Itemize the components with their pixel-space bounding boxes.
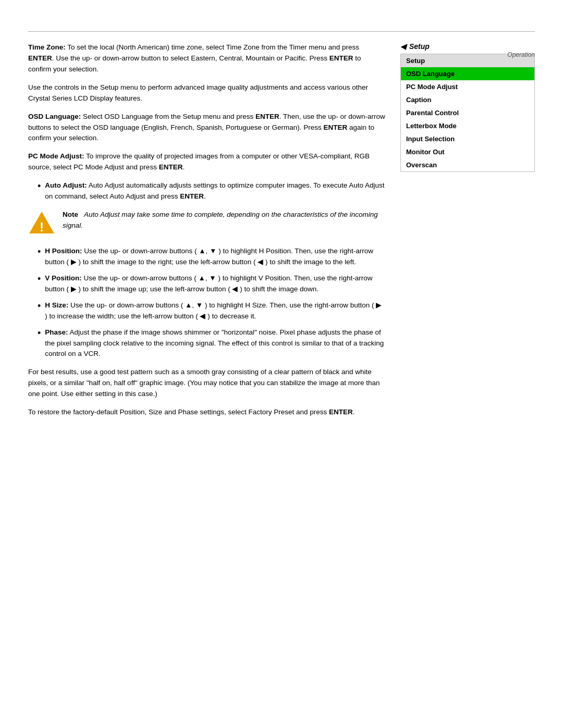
sidebar-menu-item-parental[interactable]: Parental Control [401,106,534,119]
para-factory-preset: To restore the factory-default Position,… [28,407,386,418]
v-position-text: V Position: Use the up- or down-arrow bu… [45,273,386,295]
time-zone-label: Time Zone: [28,43,66,51]
sidebar-menu: Setup OSD Language PC Mode Adjust Captio… [400,54,535,172]
warning-triangle-icon: ! [28,209,55,237]
osd-language-enter: ENTER [255,113,279,120]
pc-mode-label: PC Mode Adjust: [28,152,84,160]
para-osd-language: OSD Language: Select OSD Language from t… [28,112,386,144]
h-size-label: H Size: [45,301,68,309]
top-rule [28,31,535,32]
note-italic-text: Auto Adjust may take some time to comple… [63,211,378,229]
sidebar-menu-item-input-selection[interactable]: Input Selection [401,132,534,145]
h-size-text: H Size: Use the up- or down-arrow button… [45,300,386,322]
sidebar-menu-item-osd-language[interactable]: OSD Language [401,67,534,80]
bullet-h-position: • H Position: Use the up- or down-arrow … [38,246,386,268]
osd-language-label: OSD Language: [28,113,81,120]
para-best-results: For best results, use a good test patter… [28,367,386,400]
best-results-text: For best results, use a good test patter… [28,368,380,398]
phase-body: Adjust the phase if the image shows shim… [45,328,384,358]
osd-language-text: Select OSD Language from the Setup menu … [83,113,255,120]
h-position-label: H Position: [45,247,82,255]
time-zone-text: To set the local (North American) time z… [67,43,359,51]
auto-adjust-text2: . [204,192,206,200]
phase-label: Phase: [45,328,68,336]
note-content: Note Auto Adjust may take some time to c… [63,209,386,231]
auto-adjust-label: Auto Adjust: [45,181,87,189]
svg-text:!: ! [40,220,44,234]
note-box: ! Note Auto Adjust may take some time to… [28,209,386,237]
v-position-label: V Position: [45,274,82,282]
bullet-list-2: • H Position: Use the up- or down-arrow … [38,246,386,360]
bullet-auto-adjust-text: Auto Adjust: Auto Adjust automatically a… [45,180,386,202]
pc-mode-enter: ENTER [159,163,183,171]
sidebar-item-label-monitor: Monitor Out [406,148,445,156]
sidebar-arrow-icon: ◀ [400,42,406,51]
sidebar-item-label-letterbox: Letterbox Mode [406,122,457,130]
operation-label: Operation [507,51,535,58]
sidebar-item-label-caption: Caption [406,96,431,104]
para-time-zone: Time Zone: To set the local (North Ameri… [28,42,386,75]
para-setup-intro: Use the controls in the Setup menu to pe… [28,82,386,104]
sidebar-menu-item-letterbox[interactable]: Letterbox Mode [401,119,534,132]
sidebar-item-label-osd: OSD Language [406,70,455,78]
note-text: Auto Adjust may take some time to comple… [63,208,378,229]
sidebar-menu-item-caption[interactable]: Caption [401,93,534,106]
sidebar-menu-item-monitor-out[interactable]: Monitor Out [401,145,534,158]
sidebar-item-label-pc-mode: PC Mode Adjust [406,83,458,91]
factory-preset-text: To restore the factory-default Position,… [28,408,329,416]
bullet-v-position: • V Position: Use the up- or down-arrow … [38,273,386,295]
page-container: Operation Time Zone: To set the local (N… [0,31,563,728]
phase-text: Phase: Adjust the phase if the image sho… [45,327,386,360]
time-zone-enter2: ENTER [329,54,353,62]
factory-preset-enter: ENTER [329,408,353,416]
sidebar: ◀ Setup Setup OSD Language PC Mode Adjus… [400,42,535,425]
sidebar-menu-item-pc-mode[interactable]: PC Mode Adjust [401,80,534,93]
setup-intro-text: Use the controls in the Setup menu to pe… [28,83,368,102]
bullet-dot-2: • [38,247,41,256]
sidebar-title: Setup [409,42,430,51]
sidebar-item-label-overscan: Overscan [406,161,437,169]
main-content: Time Zone: To set the local (North Ameri… [28,42,535,425]
pc-mode-text2: . [182,163,185,171]
para-pc-mode: PC Mode Adjust: To improve the quality o… [28,151,386,173]
sidebar-menu-item-overscan[interactable]: Overscan [401,158,534,171]
time-zone-enter1: ENTER [28,54,52,62]
auto-adjust-enter: ENTER [180,192,204,200]
bullet-phase: • Phase: Adjust the phase if the image s… [38,327,386,360]
note-label: Note [63,211,78,218]
sidebar-item-label-input: Input Selection [406,135,455,143]
h-position-text: H Position: Use the up- or down-arrow bu… [45,246,386,268]
auto-adjust-text: Auto Adjust automatically adjusts settin… [45,181,384,200]
note-icon: ! [28,209,55,237]
factory-preset-text2: . [353,408,355,416]
time-zone-text2: . Use the up- or down-arrow button to se… [52,54,329,62]
osd-language-enter2: ENTER [324,124,348,131]
h-position-body: Use the up- or down-arrow buttons ( ▲, ▼… [45,247,373,266]
sidebar-header: ◀ Setup [400,42,535,51]
text-column: Time Zone: To set the local (North Ameri… [28,42,386,425]
h-size-body: Use the up- or down-arrow buttons ( ▲, ▼… [45,301,382,320]
bullet-dot-5: • [38,328,41,338]
bullet-auto-adjust: • Auto Adjust: Auto Adjust automatically… [38,180,386,202]
bullet-h-size: • H Size: Use the up- or down-arrow butt… [38,300,386,322]
bullet-list-1: • Auto Adjust: Auto Adjust automatically… [38,180,386,202]
bullet-dot-3: • [38,274,41,283]
sidebar-item-label-setup: Setup [406,57,425,65]
bullet-dot-4: • [38,301,41,311]
sidebar-item-label-parental: Parental Control [406,109,459,117]
bullet-dot-1: • [38,181,41,191]
v-position-body: Use the up- or down-arrow buttons ( ▲, ▼… [45,274,372,293]
